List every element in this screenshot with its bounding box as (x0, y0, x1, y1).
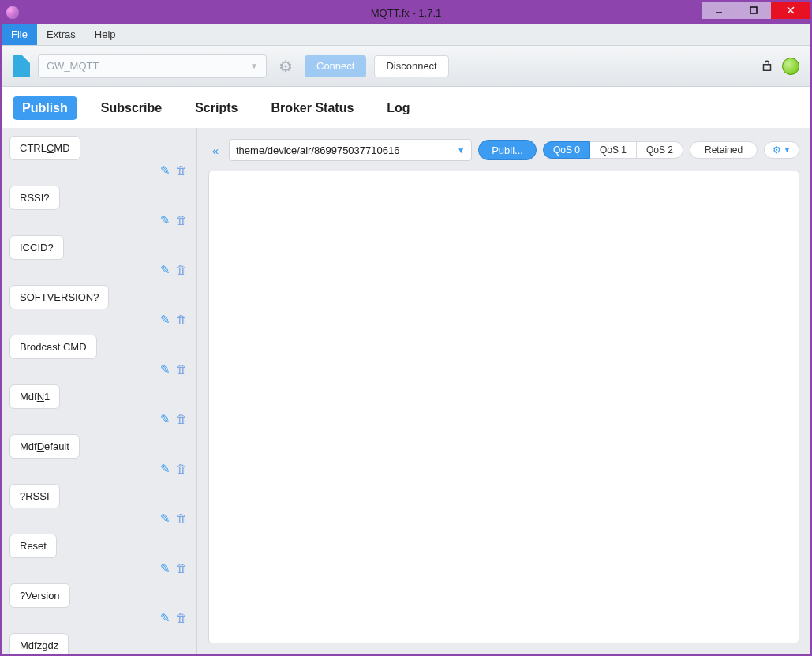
edit-icon[interactable]: ✎ (160, 412, 170, 425)
command-item: ?Version✎🗑 (9, 583, 189, 625)
command-actions: ✎🗑 (9, 313, 189, 327)
trash-icon[interactable]: 🗑 (175, 412, 187, 425)
qos-1-button[interactable]: QoS 1 (590, 141, 637, 159)
command-button[interactable]: ?RSSI (9, 484, 60, 508)
publish-settings-button[interactable]: ⚙▼ (764, 141, 799, 159)
menu-bar: File Extras Help (2, 24, 810, 46)
command-button[interactable]: Reset (9, 534, 57, 558)
window-controls (702, 2, 810, 22)
qos-2-button[interactable]: QoS 2 (637, 141, 683, 159)
tab-log[interactable]: Log (377, 96, 419, 120)
chevron-down-icon: ▼ (452, 146, 465, 155)
command-label-pre: CTRL (20, 142, 47, 154)
trash-icon[interactable]: 🗑 (175, 362, 187, 376)
trash-icon[interactable]: 🗑 (175, 512, 187, 525)
disconnect-button[interactable]: Disconnect (374, 55, 448, 77)
command-item: ?RSSI✎🗑 (9, 484, 189, 526)
app-icon (6, 6, 19, 19)
command-item: ICCID?✎🗑 (9, 235, 189, 277)
publish-pane: « theme/device/air/869975037710616 ▼ Pub… (197, 128, 810, 654)
command-button[interactable]: RSSI? (9, 186, 60, 210)
qos-selector: QoS 0 QoS 1 QoS 2 (543, 141, 683, 159)
tab-scripts[interactable]: Scripts (185, 96, 247, 120)
command-label-pre: Mdf (20, 440, 37, 452)
command-actions: ✎🗑 (9, 512, 189, 526)
command-button[interactable]: SOFTVERSION? (9, 285, 109, 309)
command-label-mnemonic: D (37, 440, 44, 452)
command-label-mnemonic: N (37, 391, 44, 403)
command-button[interactable]: CTRLCMD (9, 136, 80, 160)
trash-icon[interactable]: 🗑 (175, 313, 187, 326)
command-actions: ✎🗑 (9, 163, 189, 178)
command-button[interactable]: MdfDefault (9, 434, 80, 459)
trash-icon[interactable]: 🗑 (175, 611, 187, 624)
edit-icon[interactable]: ✎ (160, 611, 170, 624)
command-button[interactable]: Brodcast CMD (9, 335, 97, 359)
command-label-post: ERSION? (54, 291, 99, 303)
topic-combobox[interactable]: theme/device/air/869975037710616 ▼ (229, 139, 472, 161)
profile-select[interactable]: GW_MQTT ▼ (38, 54, 267, 78)
trash-icon[interactable]: 🗑 (175, 163, 187, 177)
command-item: Reset✎🗑 (9, 534, 189, 575)
command-item: Mdfzgdz✎🗑 (9, 633, 189, 654)
chevron-down-icon: ▼ (250, 62, 258, 70)
command-label-pre: ?Version (20, 590, 60, 602)
command-button[interactable]: Mdfzgdz (9, 633, 69, 654)
command-button[interactable]: ?Version (9, 583, 70, 608)
command-item: SOFTVERSION?✎🗑 (9, 285, 189, 327)
title-bar: MQTT.fx - 1.7.1 (2, 2, 810, 24)
command-item: MdfN1✎🗑 (9, 384, 189, 426)
command-item: MdfDefault✎🗑 (9, 434, 189, 476)
maximize-icon (749, 6, 758, 15)
command-label-post: 1 (44, 391, 50, 403)
window-title: MQTT.fx - 1.7.1 (2, 7, 810, 19)
edit-icon[interactable]: ✎ (160, 462, 170, 475)
connect-label: Connect (316, 60, 354, 72)
edit-icon[interactable]: ✎ (160, 213, 170, 227)
close-icon (786, 6, 795, 15)
command-label-pre: Mdf (20, 391, 37, 403)
command-button[interactable]: ICCID? (9, 235, 64, 260)
command-actions: ✎🗑 (9, 213, 189, 227)
maximize-button[interactable] (736, 2, 771, 19)
tab-publish[interactable]: Publish (13, 96, 77, 120)
profile-select-value: GW_MQTT (47, 60, 99, 72)
tab-broker-status[interactable]: Broker Status (261, 96, 363, 120)
retained-toggle[interactable]: Retained (690, 141, 758, 159)
connect-button[interactable]: Connect (305, 55, 366, 77)
menu-file[interactable]: File (2, 24, 37, 45)
edit-icon[interactable]: ✎ (160, 263, 170, 276)
edit-icon[interactable]: ✎ (160, 163, 170, 177)
command-actions: ✎🗑 (9, 263, 189, 277)
command-label-pre: Brodcast CMD (20, 341, 87, 353)
trash-icon[interactable]: 🗑 (175, 561, 187, 575)
menu-extras[interactable]: Extras (37, 24, 85, 45)
payload-textarea[interactable] (208, 171, 799, 643)
edit-icon[interactable]: ✎ (160, 561, 170, 575)
command-button[interactable]: MdfN1 (9, 384, 60, 409)
close-button[interactable] (771, 2, 810, 19)
profile-settings-button[interactable]: ⚙ (275, 55, 297, 77)
qos-0-button[interactable]: QoS 0 (543, 141, 590, 159)
publish-controls: « theme/device/air/869975037710616 ▼ Pub… (208, 139, 799, 161)
edit-icon[interactable]: ✎ (160, 362, 170, 376)
command-label-pre: SOFT (20, 291, 47, 303)
menu-help[interactable]: Help (85, 24, 125, 45)
command-label-mnemonic: C (47, 142, 54, 154)
command-label-post: gdz (42, 639, 58, 651)
minimize-button[interactable] (702, 2, 736, 19)
chevron-down-icon: ▼ (784, 146, 791, 154)
collapse-sidebar-button[interactable]: « (208, 144, 223, 157)
gear-icon: ⚙ (773, 144, 781, 156)
command-item: Brodcast CMD✎🗑 (9, 335, 189, 377)
command-label-pre: Reset (20, 540, 47, 552)
command-item: RSSI?✎🗑 (9, 186, 189, 227)
trash-icon[interactable]: 🗑 (175, 213, 187, 227)
trash-icon[interactable]: 🗑 (175, 462, 187, 475)
publish-button[interactable]: Publi... (478, 140, 537, 160)
main-area: CTRLCMD✎🗑RSSI?✎🗑ICCID?✎🗑SOFTVERSION?✎🗑Br… (2, 128, 810, 654)
trash-icon[interactable]: 🗑 (175, 263, 187, 276)
tab-subscribe[interactable]: Subscribe (92, 96, 171, 120)
edit-icon[interactable]: ✎ (160, 512, 170, 525)
edit-icon[interactable]: ✎ (160, 313, 170, 326)
